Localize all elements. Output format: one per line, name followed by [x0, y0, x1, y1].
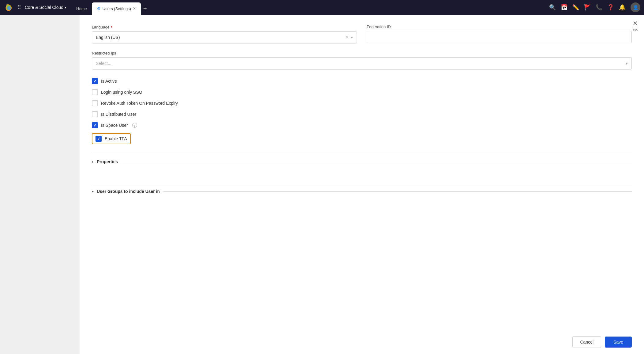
checkbox-login-sso[interactable]: Login using only SSO [92, 89, 632, 95]
restricted-ips-group: Restricted Ips Select... ▾ [92, 51, 632, 70]
federation-id-label: Federation ID [367, 24, 632, 29]
checkbox-enable-tfa-label: Enable TFA [105, 136, 127, 141]
restricted-ips-placeholder: Select... [96, 61, 111, 66]
bottom-action-bar: Cancel Save [560, 330, 644, 354]
clear-icon[interactable]: ✕ [345, 35, 349, 40]
properties-section-line [121, 162, 632, 162]
checkbox-enable-tfa-wrapper[interactable]: ✓ Enable TFA [92, 133, 632, 144]
close-esc-button[interactable]: ✕ esc [633, 20, 638, 31]
restricted-ips-label: Restricted Ips [92, 51, 632, 55]
tab-close-icon[interactable]: ✕ [133, 6, 136, 11]
language-label: Language • [92, 24, 357, 29]
checkbox-list: ✓ Is Active Login using only SSO Revoke … [92, 78, 632, 144]
navbar: ⠿ Core & Social Cloud ▾ Home ⚙ Users (Se… [0, 0, 644, 15]
checkbox-revoke-auth-box[interactable] [92, 100, 98, 106]
navbar-actions: 🔍 📅 ✏️ 🚩 📞 ❓ 🔔 👤 [549, 2, 640, 12]
checkbox-login-sso-box[interactable] [92, 89, 98, 95]
bell-icon[interactable]: 🔔 [619, 4, 626, 11]
user-groups-section-header[interactable]: ▸ User Groups to include User in [92, 184, 632, 199]
checkbox-is-active-label: Is Active [101, 79, 117, 84]
check-icon: ✓ [93, 123, 97, 128]
checkbox-is-space-user[interactable]: ✓ Is Space User i [92, 122, 632, 128]
phone-icon[interactable]: 📞 [596, 4, 602, 11]
add-tab-button[interactable]: + [141, 4, 149, 13]
tab-home[interactable]: Home [71, 2, 92, 15]
federation-id-input[interactable] [367, 31, 632, 43]
flag-icon[interactable]: 🚩 [584, 4, 591, 11]
calendar-icon[interactable]: 📅 [561, 4, 567, 11]
close-icon: ✕ [633, 20, 638, 27]
user-groups-section-label: User Groups to include User in [97, 189, 160, 194]
edit-icon[interactable]: ✏️ [572, 4, 579, 11]
content-area: ✕ esc Language • English (US) ✕ ▾ [80, 15, 644, 354]
info-icon[interactable]: i [132, 123, 137, 128]
chevron-down-icon: ▾ [351, 35, 353, 40]
checkbox-is-distributed-label: Is Distributed User [101, 112, 136, 117]
tab-users-settings-label: Users (Settings) [103, 6, 131, 11]
tab-bar: Home ⚙ Users (Settings) ✕ + [71, 0, 547, 15]
tab-users-settings[interactable]: ⚙ Users (Settings) ✕ [92, 2, 141, 15]
check-icon: ✓ [93, 79, 97, 84]
chevron-down-icon: ▾ [65, 6, 66, 9]
properties-section-header[interactable]: ▸ Properties [92, 154, 632, 169]
check-icon: ✓ [97, 137, 100, 141]
user-avatar[interactable]: 👤 [631, 2, 640, 12]
cancel-button[interactable]: Cancel [572, 336, 601, 348]
main-layout: ✕ esc Language • English (US) ✕ ▾ [0, 0, 644, 354]
app-name[interactable]: Core & Social Cloud ▾ [25, 5, 66, 10]
grid-icon[interactable]: ⠿ [16, 3, 22, 12]
properties-chevron-icon: ▸ [92, 160, 94, 164]
properties-section-label: Properties [97, 159, 118, 164]
checkbox-revoke-auth[interactable]: Revoke Auth Token On Password Expiry [92, 100, 632, 106]
checkbox-is-space-user-box[interactable]: ✓ [92, 122, 98, 128]
sidebar [0, 15, 80, 354]
form-row-language-federation: Language • English (US) ✕ ▾ Federa [92, 24, 632, 43]
federation-id-group: Federation ID [367, 24, 632, 43]
checkbox-revoke-auth-label: Revoke Auth Token On Password Expiry [101, 101, 178, 106]
checkbox-is-space-user-label: Is Space User [101, 123, 128, 128]
esc-label: esc [633, 28, 638, 31]
user-groups-chevron-icon: ▸ [92, 189, 94, 194]
checkbox-enable-tfa-box[interactable]: ✓ [95, 136, 102, 142]
app-logo[interactable] [4, 2, 13, 12]
checkbox-login-sso-label: Login using only SSO [101, 90, 142, 95]
language-value: English (US) [96, 35, 120, 40]
checkbox-is-active-box[interactable]: ✓ [92, 78, 98, 84]
language-select[interactable]: English (US) ✕ ▾ [92, 31, 357, 43]
checkbox-is-distributed[interactable]: Is Distributed User [92, 111, 632, 117]
search-icon[interactable]: 🔍 [549, 4, 556, 11]
language-group: Language • English (US) ✕ ▾ [92, 24, 357, 43]
enable-tfa-highlighted-container[interactable]: ✓ Enable TFA [92, 133, 131, 144]
checkbox-is-distributed-box[interactable] [92, 111, 98, 117]
save-button[interactable]: Save [605, 337, 632, 348]
help-icon[interactable]: ❓ [607, 4, 614, 11]
user-groups-section-line [163, 191, 632, 192]
restricted-ips-select[interactable]: Select... ▾ [92, 57, 632, 70]
tab-home-label: Home [76, 6, 87, 11]
required-indicator: • [111, 24, 113, 29]
settings-icon: ⚙ [97, 6, 101, 11]
checkbox-is-active[interactable]: ✓ Is Active [92, 78, 632, 84]
chevron-down-icon: ▾ [626, 61, 628, 66]
